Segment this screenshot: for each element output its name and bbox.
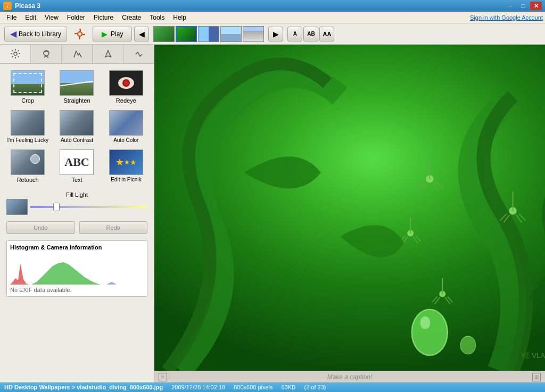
crop-label: Crop bbox=[21, 97, 34, 104]
svg-point-12 bbox=[412, 310, 448, 356]
svg-point-0 bbox=[78, 32, 82, 36]
editpicnik-label: Edit in Picnik bbox=[111, 177, 141, 182]
window-controls: ─ □ ✕ bbox=[505, 2, 542, 10]
close-button[interactable]: ✕ bbox=[530, 2, 542, 10]
text-size-large[interactable]: AA bbox=[319, 27, 334, 41]
menu-help[interactable]: Help bbox=[169, 13, 191, 22]
text-size-controls: A AB AA bbox=[287, 27, 334, 41]
maximize-button[interactable]: □ bbox=[517, 2, 529, 10]
back-to-library-button[interactable]: ◀ Back to Library bbox=[4, 27, 67, 41]
svg-point-1 bbox=[14, 52, 17, 55]
fill-light-preview bbox=[6, 199, 28, 215]
prev-image-button[interactable]: ◀ bbox=[134, 27, 149, 41]
text-size-small[interactable]: A bbox=[287, 27, 302, 41]
redeye-tool[interactable]: Redeye bbox=[103, 68, 150, 106]
thumbnail-3[interactable] bbox=[198, 26, 219, 42]
thumbnail-strip bbox=[153, 26, 264, 42]
back-arrow-icon: ◀ bbox=[10, 29, 16, 39]
minimize-button[interactable]: ─ bbox=[505, 2, 516, 10]
window-title: Picasa 3 bbox=[15, 2, 40, 10]
status-path: HD Desktop Wallpapers > vladstudio_divin… bbox=[4, 384, 163, 390]
thumbnail-2[interactable] bbox=[176, 26, 197, 42]
straighten-thumb bbox=[60, 70, 94, 96]
status-position: (2 of 23) bbox=[304, 384, 326, 390]
undo-redo-section: Undo Redo bbox=[0, 219, 154, 236]
histogram-title: Histogram & Camera Information bbox=[10, 244, 144, 251]
text-tool[interactable]: ABC Text bbox=[53, 147, 100, 185]
thumbnail-4[interactable] bbox=[220, 26, 242, 42]
histogram-section: Histogram & Camera Information No EXIF d… bbox=[6, 240, 147, 297]
lucky-label: I'm Feeling Lucky bbox=[7, 137, 48, 143]
menu-edit[interactable]: Edit bbox=[21, 13, 40, 22]
tools-grid: Crop Straighten bbox=[0, 64, 154, 189]
no-exif-text: No EXIF data available. bbox=[10, 287, 144, 293]
main-area: Crop Straighten bbox=[0, 45, 545, 382]
slider-handle[interactable] bbox=[53, 203, 60, 211]
play-button[interactable]: ▶ Play bbox=[93, 27, 132, 41]
edit-tabs bbox=[0, 45, 154, 64]
histogram-canvas bbox=[10, 253, 138, 285]
main-toolbar: ◀ Back to Library ▶ Play ◀ ▶ A AB AA bbox=[0, 23, 545, 45]
menu-folder[interactable]: Folder bbox=[63, 13, 89, 22]
fill-light-slider[interactable] bbox=[30, 203, 147, 211]
menu-picture[interactable]: Picture bbox=[89, 13, 118, 22]
crop-thumb bbox=[11, 70, 45, 96]
svg-point-14 bbox=[460, 336, 476, 354]
caption-expand-left[interactable]: ≡ bbox=[159, 373, 167, 381]
next-image-button[interactable]: ▶ bbox=[268, 27, 283, 41]
retouch-label: Retouch bbox=[17, 177, 39, 183]
menu-tools[interactable]: Tools bbox=[145, 13, 169, 22]
crop-tool[interactable]: Crop bbox=[4, 68, 51, 106]
fill-light-section: Fill Light bbox=[0, 189, 154, 219]
text-size-medium[interactable]: AB bbox=[303, 27, 318, 41]
straighten-tool[interactable]: Straighten bbox=[53, 68, 100, 106]
image-container[interactable]: 🌿 VLADSTUDIO bbox=[154, 45, 545, 371]
title-bar: 🎨 Picasa 3 ─ □ ✕ bbox=[0, 0, 545, 12]
sign-in-link[interactable]: Sign in with Google Account bbox=[470, 14, 543, 21]
autocontrast-label: Auto Contrast bbox=[61, 137, 93, 143]
caption-bar: ≡ Make a caption! ⊞ bbox=[154, 371, 545, 382]
redo-button[interactable]: Redo bbox=[79, 221, 148, 234]
retouch-thumb bbox=[11, 149, 45, 175]
app-icon: 🎨 bbox=[3, 2, 12, 10]
fill-light-label: Fill Light bbox=[6, 191, 147, 198]
rotate-icon-btn[interactable] bbox=[71, 26, 88, 43]
straighten-label: Straighten bbox=[63, 97, 90, 104]
menu-file[interactable]: File bbox=[2, 13, 21, 22]
slider-track bbox=[30, 206, 147, 208]
tab-basic-fixes[interactable] bbox=[0, 45, 31, 63]
text-label: Text bbox=[71, 177, 82, 183]
tab-extra[interactable] bbox=[123, 45, 154, 63]
autocontrast-tool[interactable]: Auto Contrast bbox=[53, 108, 100, 145]
undo-button[interactable]: Undo bbox=[6, 221, 75, 234]
autocolor-thumb bbox=[109, 110, 143, 136]
tab-effects[interactable] bbox=[62, 45, 93, 63]
play-icon: ▶ bbox=[102, 30, 108, 38]
menu-create[interactable]: Create bbox=[118, 13, 145, 22]
status-dimensions: 800x600 pixels bbox=[234, 384, 272, 390]
caption-text[interactable]: Make a caption! bbox=[167, 373, 532, 381]
editpicnik-tool[interactable]: ★ ★ ★ Edit in Picnik bbox=[103, 147, 150, 185]
status-size: 63KB bbox=[282, 384, 296, 390]
tab-sharpen[interactable] bbox=[93, 45, 123, 63]
redeye-label: Redeye bbox=[116, 97, 136, 104]
thumbnail-5[interactable] bbox=[243, 26, 264, 42]
svg-text:🌿 VLADSTUDIO: 🌿 VLADSTUDIO bbox=[521, 351, 545, 360]
menu-bar: File Edit View Folder Picture Create Too… bbox=[0, 12, 545, 23]
svg-point-13 bbox=[420, 316, 430, 329]
autocolor-tool[interactable]: Auto Color bbox=[103, 108, 150, 145]
text-thumb: ABC bbox=[60, 149, 94, 175]
thumbnail-1[interactable] bbox=[153, 26, 175, 42]
menu-view[interactable]: View bbox=[40, 13, 63, 22]
status-date: 2009/12/28 14:02:18 bbox=[171, 384, 225, 390]
left-panel: Crop Straighten bbox=[0, 45, 154, 382]
editpicnik-thumb: ★ ★ ★ bbox=[109, 149, 143, 175]
tab-tuning[interactable] bbox=[31, 45, 62, 63]
redeye-thumb bbox=[109, 70, 143, 96]
caption-expand-right[interactable]: ⊞ bbox=[532, 373, 541, 381]
status-bar: HD Desktop Wallpapers > vladstudio_divin… bbox=[0, 382, 545, 392]
left-panel-scroll[interactable]: Crop Straighten bbox=[0, 64, 154, 382]
fill-light-slider-container bbox=[6, 199, 147, 215]
lucky-tool[interactable]: I'm Feeling Lucky bbox=[4, 108, 51, 145]
retouch-tool[interactable]: Retouch bbox=[4, 147, 51, 185]
